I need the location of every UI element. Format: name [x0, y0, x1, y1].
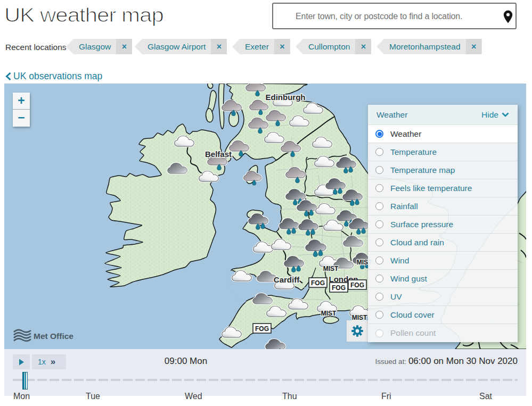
svg-text:MIST: MIST	[323, 265, 339, 272]
svg-text:FOG: FOG	[350, 281, 364, 289]
svg-text:Edinburgh: Edinburgh	[266, 93, 306, 102]
svg-text:Belfast: Belfast	[205, 150, 232, 159]
svg-text:FOG: FOG	[311, 279, 325, 287]
svg-text:Met Office: Met Office	[34, 332, 73, 341]
svg-text:Cardiff: Cardiff	[274, 275, 300, 284]
svg-text:FOG: FOG	[255, 325, 269, 333]
svg-text:FOG: FOG	[332, 284, 346, 292]
svg-text:MIST: MIST	[321, 310, 337, 317]
